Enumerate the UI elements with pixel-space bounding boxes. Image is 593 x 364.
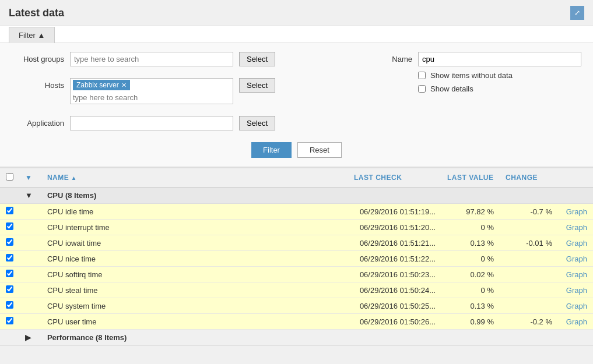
last-value-5: 0.02 % <box>441 267 500 282</box>
item-name-2: CPU interrupt time <box>41 220 348 235</box>
right-filters: Name Show items without data Show detail… <box>389 52 581 93</box>
select-all-checkbox[interactable] <box>6 173 13 181</box>
row-checkbox-5[interactable] <box>6 270 13 277</box>
graph-link-2[interactable]: Graph <box>566 223 587 232</box>
graph-link-5[interactable]: Graph <box>566 270 587 279</box>
item-name-8: CPU user time <box>41 314 348 330</box>
table-row: CPU softirq time 06/29/2016 01:50:23... … <box>0 267 593 282</box>
last-check-3: 06/29/2016 01:51:21... <box>348 235 441 251</box>
application-label: Application <box>12 116 64 128</box>
change-2 <box>500 220 558 235</box>
graph-cell-1: Graph <box>558 204 593 220</box>
filter-button[interactable]: Filter <box>251 142 292 158</box>
row-checkbox-4[interactable] <box>6 254 13 261</box>
show-details-checkbox[interactable] <box>418 85 426 93</box>
perf-group-toggle-icon[interactable]: ▶ <box>25 333 31 342</box>
host-tag-zabbix: Zabbix server ✕ <box>73 80 130 90</box>
change-8: -0.2 % <box>500 314 558 330</box>
performance-group-row: ▶ Performance (8 Items) <box>0 330 593 346</box>
last-value-1: 97.82 % <box>441 204 500 220</box>
last-value-4: 0 % <box>441 251 500 267</box>
table-row: CPU idle time 06/29/2016 01:51:19... 97.… <box>0 204 593 220</box>
graph-link-3[interactable]: Graph <box>566 239 587 248</box>
filter-tab[interactable]: Filter ▲ <box>9 27 55 43</box>
th-checkbox <box>0 168 19 188</box>
graph-link-4[interactable]: Graph <box>566 255 587 263</box>
last-value-2: 0 % <box>441 220 500 235</box>
row-checkbox-3[interactable] <box>6 238 13 246</box>
hosts-select-button[interactable]: Select <box>239 78 275 93</box>
last-value-3: 0.13 % <box>441 235 500 251</box>
page-header: Latest data ⤢ <box>0 0 593 26</box>
th-last-check[interactable]: LAST CHECK <box>348 168 441 188</box>
graph-link-6[interactable]: Graph <box>566 286 587 295</box>
page-title: Latest data <box>9 7 64 19</box>
name-input[interactable] <box>418 52 581 66</box>
host-groups-label: Host groups <box>12 52 64 63</box>
th-name[interactable]: NAME <box>41 168 348 188</box>
graph-link-8[interactable]: Graph <box>566 317 587 326</box>
host-tag-remove-icon[interactable]: ✕ <box>121 82 127 89</box>
row-checkbox-1[interactable] <box>6 207 13 214</box>
change-1: -0.7 % <box>500 204 558 220</box>
name-sort[interactable]: NAME <box>47 174 77 182</box>
last-value-8: 0.99 % <box>441 314 500 330</box>
perf-group-label: Performance (8 Items) <box>41 330 593 346</box>
application-select-button[interactable]: Select <box>239 116 275 130</box>
th-last-value[interactable]: LAST VALUE <box>441 168 500 188</box>
main-content: Filter ▲ Host groups Select Hosts <box>0 26 593 346</box>
filter-section: Host groups Select Hosts Zabbix server ✕ <box>0 43 593 167</box>
hosts-row: Hosts Zabbix server ✕ Select <box>12 78 275 104</box>
show-items-checkbox[interactable] <box>418 72 426 79</box>
last-check-4: 06/29/2016 01:51:22... <box>348 251 441 267</box>
filter-tab-label: Filter ▲ <box>19 31 45 40</box>
host-groups-select-button[interactable]: Select <box>239 52 275 66</box>
row-checkbox-2[interactable] <box>6 222 13 230</box>
group-checkbox-cell <box>0 188 19 204</box>
row-checkbox-8[interactable] <box>6 317 13 324</box>
reset-button[interactable]: Reset <box>297 142 342 158</box>
graph-link-7[interactable]: Graph <box>566 302 587 310</box>
show-details-label: Show details <box>430 84 473 93</box>
item-name-7: CPU system time <box>41 298 348 314</box>
row-checkbox-cell[interactable] <box>0 204 19 220</box>
item-name-4: CPU nice time <box>41 251 348 267</box>
item-name-6: CPU steal time <box>41 282 348 298</box>
table-row: CPU user time 06/29/2016 01:50:26... 0.9… <box>0 314 593 330</box>
change-7 <box>500 298 558 314</box>
last-check-6: 06/29/2016 01:50:24... <box>348 282 441 298</box>
last-check-7: 06/29/2016 01:50:25... <box>348 298 441 314</box>
table-header-row: ▼ NAME LAST CHECK LAST VALUE CHANGE <box>0 168 593 188</box>
table-row: CPU interrupt time 06/29/2016 01:51:20..… <box>0 220 593 235</box>
hosts-search-input[interactable] <box>71 91 233 104</box>
th-expand: ▼ <box>19 168 41 188</box>
last-value-7: 0.13 % <box>441 298 500 314</box>
th-change[interactable]: CHANGE <box>500 168 558 188</box>
application-input[interactable] <box>70 116 233 130</box>
graph-link-1[interactable]: Graph <box>566 207 587 216</box>
table-row: CPU system time 06/29/2016 01:50:25... 0… <box>0 298 593 314</box>
expand-all-icon[interactable]: ▼ <box>25 174 32 182</box>
expand-button[interactable]: ⤢ <box>570 6 584 20</box>
show-items-row: Show items without data <box>418 71 581 80</box>
cpu-group-row: ▼ CPU (8 Items) <box>0 188 593 204</box>
last-check-1: 06/29/2016 01:51:19... <box>348 204 441 220</box>
cpu-group-toggle-icon[interactable]: ▼ <box>25 191 33 200</box>
last-check-8: 06/29/2016 01:50:26... <box>348 314 441 330</box>
change-3: -0.01 % <box>500 235 558 251</box>
host-groups-input[interactable] <box>70 52 233 66</box>
name-row: Name <box>389 52 581 66</box>
row-checkbox-6[interactable] <box>6 285 13 293</box>
application-row: Application Select <box>12 116 275 130</box>
last-value-6: 0 % <box>441 282 500 298</box>
item-name-1: CPU idle time <box>41 204 348 220</box>
table-row: CPU iowait time 06/29/2016 01:51:21... 0… <box>0 235 593 251</box>
item-name-5: CPU softirq time <box>41 267 348 282</box>
name-label: Name <box>389 55 412 63</box>
hosts-input-area: Zabbix server ✕ <box>70 78 233 104</box>
item-name-3: CPU iowait time <box>41 235 348 251</box>
last-check-5: 06/29/2016 01:50:23... <box>348 267 441 282</box>
group-toggle-cell[interactable]: ▼ <box>19 188 41 204</box>
row-checkbox-7[interactable] <box>6 301 13 309</box>
data-table: ▼ NAME LAST CHECK LAST VALUE CHANGE ▼ CP… <box>0 167 593 346</box>
